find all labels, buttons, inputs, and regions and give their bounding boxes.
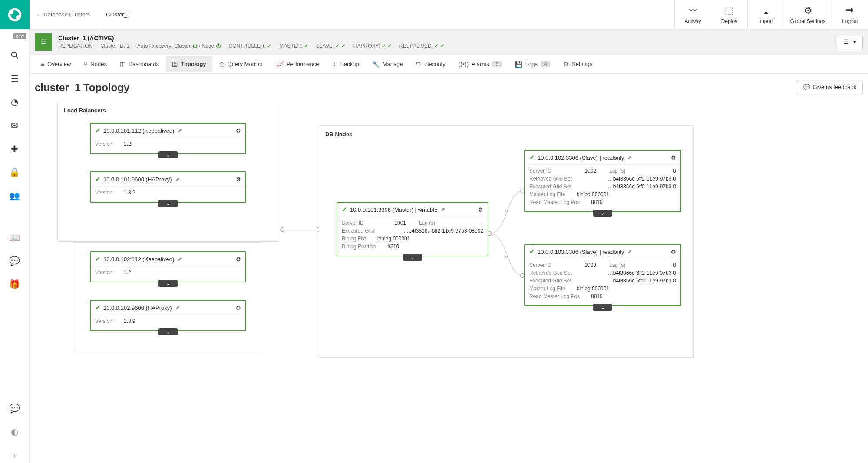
search-icon[interactable] — [7, 47, 23, 63]
lb-node-haproxy-101[interactable]: ✔10.0.0.101:9600 (HAProxy)⬈⚙ Version1.8.… — [90, 171, 246, 203]
global-settings-button[interactable]: ⚙Global Settings — [784, 0, 832, 29]
pie-chart-icon[interactable]: ◔ — [7, 94, 23, 110]
feedback-button[interactable]: 💬Give us feedback — [797, 80, 863, 94]
load-balancers-panel-2: ✔10.0.0.102:112 (Keepalived)⬈⚙ Version1.… — [73, 242, 262, 351]
app-logo[interactable] — [0, 0, 30, 29]
lb-node-keepalived-102[interactable]: ✔10.0.0.102:112 (Keepalived)⬈⚙ Version1.… — [90, 251, 246, 282]
chart-icon: 📈 — [276, 61, 284, 68]
lock-icon[interactable]: 🔒 — [7, 164, 23, 180]
chat-icon: 💬 — [803, 84, 810, 90]
tab-settings[interactable]: ⚙Settings — [557, 56, 598, 72]
chat-bubble-icon[interactable]: 💬 — [7, 253, 23, 269]
logout-button[interactable]: ⮕Logout — [832, 0, 868, 29]
svg-text:»: » — [505, 253, 508, 259]
users-icon[interactable]: 👥 — [7, 188, 23, 204]
load-balancers-panel-1: Load Balancers ✔10.0.0.101:112 (Keepaliv… — [57, 102, 281, 242]
version-value: 1.8.9 — [124, 318, 135, 324]
broadcast-icon: ((•)) — [459, 61, 469, 68]
tab-security[interactable]: 🛡Security — [410, 56, 452, 72]
content: cluster_1 Topology 💬Give us feedback Loa… — [30, 74, 868, 404]
retrieved-gtid: …b4f3866c-6ff2-11e9-97b3-0 — [608, 270, 676, 276]
lb-node-haproxy-102[interactable]: ✔10.0.0.102:9600 (HAProxy)⬈⚙ Version1.8.… — [90, 300, 246, 331]
tab-nodes[interactable]: ⑂Nodes — [78, 56, 113, 72]
cluster-type-icon: ☰ — [35, 33, 52, 51]
svg-point-2 — [16, 15, 21, 20]
breadcrumb-parent[interactable]: Database Clusters — [43, 11, 90, 18]
retrieved-gtid: …b4f3866c-6ff2-11e9-97b3-0 — [608, 176, 676, 182]
db-node-slave-103[interactable]: ✔10.0.0.103:3306 (Slave) | readonly⬈⚙ Se… — [524, 244, 681, 306]
logout-icon: ⮕ — [845, 5, 855, 16]
book-icon[interactable]: 📖 — [7, 230, 23, 245]
expand-toggle[interactable]: ⌄ — [158, 151, 178, 158]
tab-performance[interactable]: 📈Performance — [270, 56, 325, 72]
version-value: 1.2 — [124, 269, 131, 276]
external-link-icon[interactable]: ⬈ — [441, 207, 445, 213]
node-title: 10.0.0.101:9600 (HAProxy) — [103, 176, 172, 183]
external-link-icon[interactable]: ⬈ — [175, 176, 180, 182]
nodes-icon: ⑂ — [84, 61, 87, 68]
expand-toggle[interactable]: ⌄ — [593, 304, 612, 311]
expand-icon[interactable]: › — [7, 447, 23, 463]
db-node-slave-102[interactable]: ✔10.0.0.102:3306 (Slave) | readonly⬈⚙ Se… — [524, 150, 681, 212]
mail-icon[interactable]: ✉ — [7, 118, 23, 133]
node-gear-icon[interactable]: ⚙ — [236, 128, 241, 134]
deploy-icon: ⬚ — [725, 5, 734, 16]
tab-query-monitor[interactable]: ◷Query Monitor — [213, 56, 269, 72]
cluster-title: Cluster_1 (ACTIVE) — [58, 35, 445, 42]
lb-node-keepalived-101[interactable]: ✔10.0.0.101:112 (Keepalived)⬈⚙ Version1.… — [90, 123, 246, 154]
expand-toggle[interactable]: ⌄ — [158, 328, 178, 335]
import-button[interactable]: ⤓Import — [747, 0, 784, 29]
svg-line-4 — [16, 56, 18, 59]
activity-button[interactable]: 〰Activity — [674, 0, 711, 29]
activity-icon: 〰 — [688, 5, 698, 16]
external-link-icon[interactable]: ⬈ — [178, 128, 182, 134]
new-badge: new — [13, 33, 26, 39]
topology-canvas: Load Balancers ✔10.0.0.101:112 (Keepaliv… — [35, 102, 863, 397]
expand-toggle[interactable]: ⌄ — [158, 200, 178, 207]
activity-label: Activity — [684, 18, 701, 24]
status-ok-icon: ✔ — [95, 127, 101, 135]
tab-alarms[interactable]: ((•))Alarms0 — [452, 56, 508, 72]
overview-icon: ≡ — [41, 61, 44, 68]
deploy-button[interactable]: ⬚Deploy — [711, 0, 747, 29]
expand-toggle[interactable]: ⌄ — [593, 210, 612, 217]
node-gear-icon[interactable]: ⚙ — [236, 256, 241, 263]
tab-backup[interactable]: ⤓Backup — [326, 56, 365, 72]
toggle-icon[interactable]: ◐ — [7, 424, 23, 440]
tab-overview[interactable]: ≡Overview — [35, 56, 77, 72]
comments-icon[interactable]: 💬 — [7, 401, 23, 416]
status-ok-icon: ✔ — [342, 206, 347, 213]
db-nodes-panel: DB Nodes ✔10.0.0.101:3306 (Master) | wri… — [319, 125, 694, 358]
db-node-master[interactable]: ✔10.0.0.101:3306 (Master) | writable⬈⚙ S… — [337, 202, 488, 256]
gift-icon[interactable]: 🎁 — [7, 276, 23, 292]
external-link-icon[interactable]: ⬈ — [627, 154, 632, 161]
cluster-options-button[interactable]: ☰▾ — [837, 35, 863, 49]
chevron-left-icon[interactable]: ‹ — [37, 11, 39, 18]
auto-recovery: Auto Recovery: Cluster ⏻ / Node ⏻ — [137, 43, 221, 49]
deploy-label: Deploy — [721, 18, 737, 24]
tab-dashboards[interactable]: ◫Dashboards — [114, 56, 165, 72]
tab-manage[interactable]: 🔧Manage — [366, 56, 409, 72]
node-gear-icon[interactable]: ⚙ — [478, 207, 483, 213]
external-link-icon[interactable]: ⬈ — [175, 305, 180, 311]
cluster-id-label: Cluster ID: 1 — [100, 43, 129, 49]
external-link-icon[interactable]: ⬈ — [627, 249, 632, 255]
tab-topology[interactable]: ⚿Topology — [166, 56, 212, 72]
node-gear-icon[interactable]: ⚙ — [236, 176, 241, 183]
external-link-icon[interactable]: ⬈ — [178, 256, 182, 262]
node-gear-icon[interactable]: ⚙ — [671, 154, 676, 161]
node-gear-icon[interactable]: ⚙ — [671, 249, 676, 255]
gears-icon: ⚙ — [804, 5, 812, 16]
server-id: 1003 — [584, 262, 596, 268]
expand-toggle[interactable]: ⌄ — [403, 254, 422, 261]
node-gear-icon[interactable]: ⚙ — [236, 305, 241, 311]
tab-logs[interactable]: 💾Logs0 — [509, 56, 556, 72]
alarms-count: 0 — [492, 61, 502, 67]
database-icon[interactable]: ☰ — [7, 71, 23, 86]
status-ok-icon: ✔ — [95, 304, 101, 312]
logout-label: Logout — [842, 18, 858, 24]
puzzle-icon[interactable]: ✚ — [7, 141, 23, 157]
expand-toggle[interactable]: ⌄ — [158, 280, 178, 287]
svg-text:»: » — [505, 208, 508, 214]
node-title: 10.0.0.102:112 (Keepalived) — [103, 256, 174, 263]
